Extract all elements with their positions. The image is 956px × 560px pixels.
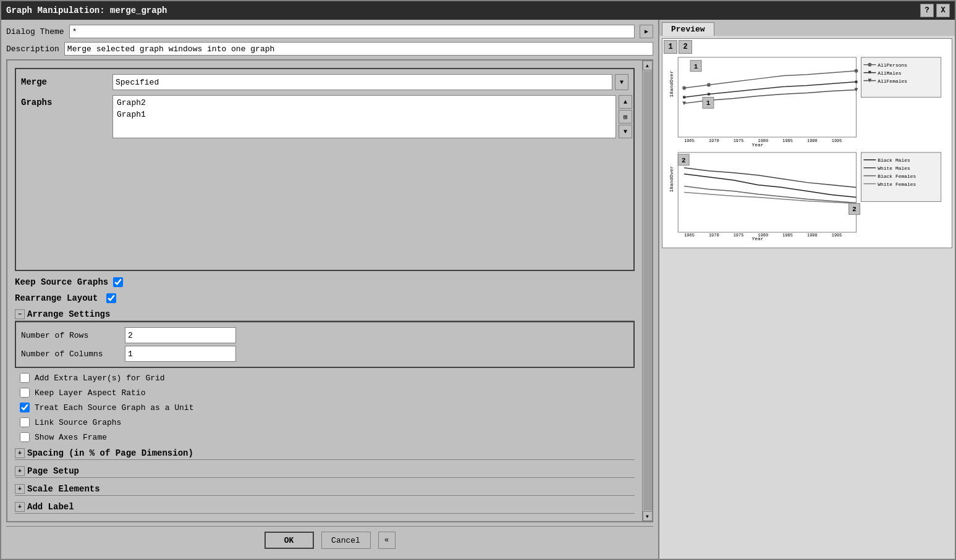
dialog-theme-row: Dialog Theme ▶	[6, 25, 653, 38]
spacing-toggle[interactable]: +	[15, 448, 25, 458]
graphs-list[interactable]: Graph2 Graph1	[112, 95, 616, 138]
svg-text:1990: 1990	[807, 138, 818, 143]
arrange-settings-header: − Arrange Settings	[15, 309, 635, 321]
graphs-row: Graphs Graph2 Graph1 ▲	[21, 95, 628, 138]
svg-rect-23	[868, 71, 871, 73]
graph-tab-2[interactable]: 2	[679, 40, 692, 54]
num-cols-input[interactable]	[125, 346, 236, 362]
merge-label: Merge	[21, 77, 108, 87]
add-label-section: + Add Label	[15, 502, 635, 514]
graphs-edit-button[interactable]: ⊞	[619, 110, 632, 123]
cancel-button[interactable]: Cancel	[321, 532, 371, 549]
merge-graphs-box: Merge ▼ Graphs	[15, 68, 635, 271]
page-setup-toggle[interactable]: +	[15, 466, 25, 476]
svg-text:1990: 1990	[807, 233, 818, 238]
treat-each-source-row: Treat Each Source Graph as a Unit	[20, 403, 635, 412]
svg-text:1970: 1970	[709, 138, 719, 143]
num-rows-input[interactable]	[125, 327, 236, 343]
link-source-graphs-row: Link Source Graphs	[20, 417, 635, 427]
title-bar-buttons: ? X	[920, 4, 950, 17]
svg-text:1995: 1995	[832, 233, 842, 238]
graphs-scroll-up[interactable]: ▲	[619, 95, 632, 109]
keep-layer-aspect-ratio-checkbox[interactable]	[20, 388, 30, 398]
arrange-settings-section: − Arrange Settings Number of Rows	[15, 309, 635, 442]
graph-tab-1[interactable]: 1	[664, 40, 677, 54]
merge-dropdown-arrow[interactable]: ▼	[615, 74, 628, 90]
graph-item-1[interactable]: Graph2	[114, 97, 614, 109]
keep-layer-aspect-ratio-row: Keep Layer Aspect Ratio	[20, 388, 635, 398]
graphs-scroll-down[interactable]: ▼	[619, 125, 632, 138]
description-input[interactable]	[64, 42, 653, 56]
dialog-theme-arrow-button[interactable]: ▶	[640, 25, 653, 38]
svg-text:1995: 1995	[832, 138, 842, 143]
num-rows-row: Number of Rows	[21, 327, 628, 343]
page-setup-section: + Page Setup	[15, 466, 635, 478]
keep-layer-aspect-ratio-label: Keep Layer Aspect Ratio	[35, 388, 145, 398]
show-axes-frame-checkbox[interactable]	[20, 432, 30, 442]
svg-rect-32	[678, 153, 856, 232]
main-content: Dialog Theme ▶ Description Merge	[1, 20, 955, 559]
svg-text:2: 2	[852, 206, 857, 213]
scroll-track[interactable]	[643, 71, 652, 511]
add-label-toggle[interactable]: +	[15, 502, 25, 512]
preview-tab[interactable]: Preview	[662, 22, 714, 36]
show-axes-frame-label: Show Axes Frame	[35, 433, 107, 442]
preview-graph-area: 1 2 18andOver Year	[662, 38, 952, 248]
svg-point-5	[855, 69, 858, 73]
graphs-container: Graph2 Graph1 ▲ ⊞ ▼	[112, 95, 628, 138]
svg-point-3	[682, 86, 686, 90]
preview-tabs: Preview	[659, 20, 955, 36]
spacing-title: Spacing (in % of Page Dimension)	[27, 448, 193, 458]
link-source-graphs-label: Link Source Graphs	[35, 418, 121, 427]
ok-button[interactable]: OK	[264, 532, 314, 549]
scroll-down-arrow[interactable]: ▼	[643, 511, 653, 521]
scroll-up-arrow[interactable]: ▲	[643, 61, 653, 70]
rearrange-layout-checkbox[interactable]	[106, 293, 116, 303]
window-title: Graph Manipulation: merge_graph	[6, 6, 167, 15]
num-cols-row: Number of Columns	[21, 346, 628, 362]
svg-text:1965: 1965	[684, 138, 695, 143]
num-rows-label: Number of Rows	[21, 331, 120, 340]
keep-source-graphs-checkbox[interactable]	[113, 277, 123, 287]
arrange-settings-body: Number of Rows Number of Columns	[15, 321, 635, 442]
main-form: Merge ▼ Graphs	[6, 59, 653, 522]
link-source-graphs-checkbox[interactable]	[20, 417, 30, 427]
svg-text:2: 2	[682, 157, 686, 164]
description-row: Description	[6, 42, 653, 56]
svg-text:Black Males: Black Males	[878, 157, 910, 163]
graph-item-2[interactable]: Graph1	[114, 109, 614, 120]
svg-rect-6	[683, 96, 685, 98]
form-inner: Merge ▼ Graphs	[7, 61, 642, 521]
svg-point-20	[868, 63, 871, 67]
merge-select[interactable]	[112, 74, 612, 90]
scale-elements-toggle[interactable]: +	[15, 484, 25, 494]
spacing-section: + Spacing (in % of Page Dimension)	[15, 448, 635, 460]
close-button[interactable]: X	[936, 4, 950, 17]
svg-text:AllMales: AllMales	[878, 70, 901, 76]
arrange-settings-title: Arrange Settings	[27, 309, 110, 319]
svg-text:1970: 1970	[709, 233, 719, 238]
arrange-inputs-box: Number of Rows Number of Columns	[15, 321, 635, 368]
show-axes-frame-row: Show Axes Frame	[20, 432, 635, 442]
svg-rect-7	[708, 93, 710, 95]
treat-each-source-label: Treat Each Source Graph as a Unit	[35, 403, 193, 412]
keep-source-graphs-row: Keep Source Graphs	[15, 277, 635, 287]
scale-elements-section: + Scale Elements	[15, 484, 635, 496]
svg-text:Black Females: Black Females	[878, 173, 916, 179]
help-button[interactable]: ?	[920, 4, 934, 17]
graph-tabs: 1 2	[664, 40, 692, 54]
svg-rect-8	[855, 81, 858, 83]
page-setup-title: Page Setup	[27, 466, 79, 476]
double-arrow-button[interactable]: «	[378, 532, 396, 549]
arrange-settings-toggle[interactable]: −	[15, 309, 25, 319]
svg-text:1: 1	[694, 63, 698, 70]
svg-text:1: 1	[706, 99, 711, 107]
add-extra-layers-checkbox[interactable]	[20, 373, 30, 383]
svg-point-4	[707, 83, 711, 87]
treat-each-source-checkbox[interactable]	[20, 403, 30, 412]
dialog-theme-label: Dialog Theme	[6, 27, 64, 36]
dialog-theme-input[interactable]	[69, 25, 635, 38]
add-extra-layers-label: Add Extra Layer(s) for Grid	[35, 374, 165, 383]
keep-source-graphs-label: Keep Source Graphs	[15, 277, 108, 287]
graphs-list-scrollbar: ▲ ⊞ ▼	[619, 95, 628, 138]
